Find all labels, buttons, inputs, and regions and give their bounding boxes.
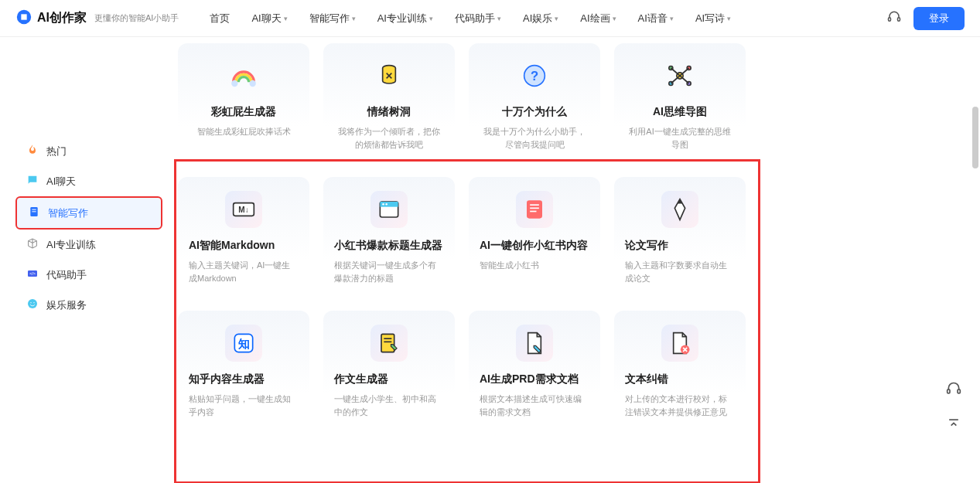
card-desc: 利用AI一键生成完整的思维导图	[625, 125, 735, 151]
smile-icon	[26, 298, 39, 312]
sidebar-item-hot[interactable]: 热门	[15, 136, 162, 166]
logo-icon	[15, 9, 32, 29]
card-prd[interactable]: AI生成PRD需求文档 根据文本描述生成可快速编辑的需求文档	[469, 311, 600, 430]
chevron-down-icon: ▾	[429, 15, 433, 22]
card-xhs-content[interactable]: AI一键创作小红书内容 智能生成小红书	[469, 177, 600, 297]
svg-line-23	[671, 76, 680, 83]
nav-training[interactable]: AI专业训练▾	[377, 12, 433, 26]
sidebar-item-writing[interactable]: 智能写作	[15, 196, 162, 230]
back-to-top-button[interactable]	[941, 412, 966, 437]
sidebar-item-training[interactable]: AI专业训练	[15, 230, 162, 260]
card-title: 论文写作	[625, 239, 668, 253]
sidebar-item-code[interactable]: </> 代码助手	[15, 260, 162, 290]
app-name: AI创作家	[37, 10, 87, 26]
svg-rect-33	[530, 208, 539, 209]
nav-voice[interactable]: AI语音▾	[638, 12, 674, 26]
nav-entertain[interactable]: AI娱乐▾	[523, 12, 558, 26]
pen-icon	[661, 191, 698, 228]
markdown-icon: M↓	[225, 191, 262, 228]
svg-rect-5	[32, 211, 36, 212]
rainbow-icon	[225, 57, 262, 94]
header-right: 登录	[887, 7, 965, 30]
nav-draw[interactable]: AI绘画▾	[580, 12, 616, 26]
svg-line-24	[680, 76, 689, 83]
svg-point-8	[28, 299, 37, 308]
window-icon	[370, 191, 408, 228]
card-desc: 一键生成小学生、初中和高中的作文	[334, 393, 444, 418]
card-emotion[interactable]: 情绪树洞 我将作为一个倾听者，把你的烦恼都告诉我吧	[323, 43, 455, 163]
svg-text:?: ?	[531, 69, 538, 83]
svg-rect-32	[530, 204, 539, 206]
svg-point-11	[231, 80, 237, 87]
card-zhihu[interactable]: 知 知乎内容生成器 粘贴知乎问题，一键生成知乎内容	[178, 311, 309, 430]
sidebar-item-entertain[interactable]: 娱乐服务	[15, 290, 162, 320]
svg-rect-37	[381, 334, 394, 352]
sidebar: 热门 AI聊天 智能写作 AI专业训练 </> 代码助手 娱乐服务	[0, 136, 170, 444]
sidebar-item-label: 智能写作	[48, 206, 88, 220]
card-title: 彩虹屁生成器	[211, 105, 276, 119]
fire-icon	[26, 144, 39, 158]
svg-point-30	[385, 203, 388, 206]
card-desc: 根据关键词一键生成多个有爆款潜力的标题	[334, 259, 444, 284]
card-essay[interactable]: 作文生成器 一键生成小学生、初中和高中的作文	[323, 311, 455, 430]
question-icon: ?	[516, 57, 553, 94]
correct-icon	[661, 325, 698, 362]
card-title: 小红书爆款标题生成器	[334, 239, 442, 253]
sidebar-item-label: 娱乐服务	[46, 298, 87, 312]
tagline: 更懂你的智能AI小助手	[94, 12, 179, 24]
chevron-down-icon: ▾	[613, 15, 616, 22]
nav-chat[interactable]: AI聊天▾	[251, 12, 287, 26]
card-rainbow[interactable]: 彩虹屁生成器 智能生成彩虹屁吹捧话术	[178, 43, 309, 163]
svg-line-21	[671, 68, 680, 76]
svg-rect-42	[958, 389, 960, 393]
card-title: AI生成PRD需求文档	[480, 372, 579, 386]
chevron-down-icon: ▾	[555, 15, 558, 22]
card-title: 文本纠错	[625, 372, 668, 386]
nav-writing[interactable]: 智能写作▾	[309, 12, 356, 26]
float-buttons	[941, 376, 966, 437]
card-title: 作文生成器	[334, 372, 388, 386]
card-desc: 对上传的文本进行校对，标注错误文本并提供修正意见	[625, 393, 735, 418]
app-logo[interactable]: AI创作家	[15, 9, 87, 29]
svg-point-9	[30, 302, 31, 303]
zhi-icon: 知	[225, 325, 262, 362]
card-mindmap[interactable]: AI思维导图 利用AI一键生成完整的思维导图	[614, 43, 746, 163]
svg-rect-2	[898, 17, 900, 21]
cube-icon	[26, 237, 39, 252]
chevron-down-icon: ▾	[497, 15, 501, 22]
doc-icon	[28, 206, 40, 220]
svg-rect-38	[384, 338, 391, 339]
scroll-thumb[interactable]	[972, 107, 978, 168]
svg-point-29	[382, 203, 384, 206]
login-button[interactable]: 登录	[913, 7, 965, 30]
card-desc: 我将作为一个倾听者，把你的烦恼都告诉我吧	[334, 125, 444, 151]
nav-poem[interactable]: AI写诗▾	[695, 12, 731, 26]
scrollbar[interactable]	[972, 37, 978, 269]
svg-point-12	[250, 80, 256, 87]
svg-rect-31	[527, 200, 542, 218]
card-correct[interactable]: 文本纠错 对上传的文本进行校对，标注错误文本并提供修正意见	[614, 311, 746, 430]
svg-rect-4	[32, 209, 36, 210]
compose-icon	[370, 325, 408, 362]
card-row: M↓ AI智能Markdown 输入主题关键词，AI一键生成Markdown 小…	[178, 177, 957, 297]
card-title: 十万个为什么	[502, 105, 567, 119]
sidebar-item-label: AI聊天	[46, 175, 76, 189]
chevron-down-icon: ▾	[670, 15, 674, 22]
headset-icon[interactable]	[887, 10, 901, 27]
chevron-down-icon: ▾	[284, 15, 288, 22]
svg-rect-39	[384, 342, 391, 343]
top-nav: 首页 AI聊天▾ 智能写作▾ AI专业训练▾ 代码助手▾ AI娱乐▾ AI绘画▾…	[210, 12, 887, 26]
card-thesis[interactable]: 论文写作 输入主题和字数要求自动生成论文	[614, 177, 746, 297]
svg-rect-41	[948, 389, 950, 393]
nav-home[interactable]: 首页	[210, 12, 230, 26]
prd-icon	[516, 325, 553, 362]
support-button[interactable]	[941, 376, 966, 401]
card-desc: 智能生成彩虹屁吹捧话术	[197, 125, 291, 138]
card-why[interactable]: ? 十万个为什么 我是十万个为什么小助手，尽管向我提问吧	[469, 43, 600, 163]
sidebar-item-chat[interactable]: AI聊天	[15, 166, 162, 196]
card-markdown[interactable]: M↓ AI智能Markdown 输入主题关键词，AI一键生成Markdown	[178, 177, 309, 297]
nav-code[interactable]: 代码助手▾	[455, 12, 501, 26]
card-xhs-title[interactable]: 小红书爆款标题生成器 根据关键词一键生成多个有爆款潜力的标题	[323, 177, 455, 297]
svg-point-10	[33, 302, 34, 303]
can-icon	[370, 57, 408, 94]
